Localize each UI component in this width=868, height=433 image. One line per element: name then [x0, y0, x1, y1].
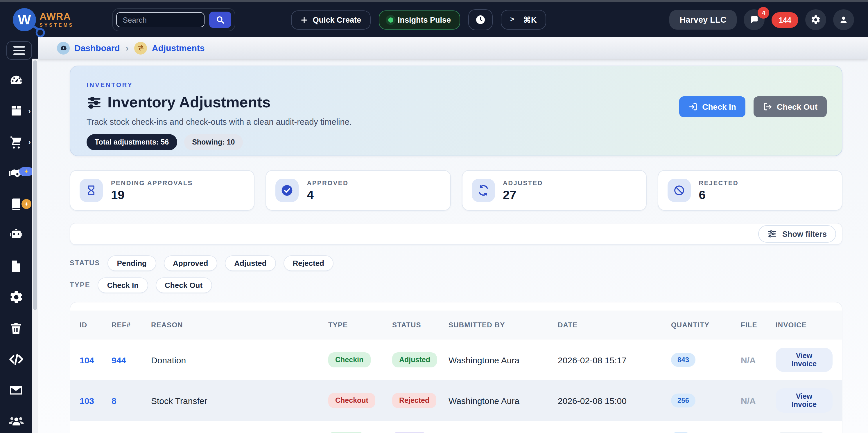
status-badge: Rejected: [392, 393, 436, 408]
sidebar-scrollbar-track[interactable]: [32, 59, 38, 433]
status-chip-adjusted[interactable]: Adjusted: [225, 255, 276, 271]
check-in-label: Check In: [702, 102, 736, 111]
column-header-ref: REF#: [112, 321, 151, 329]
history-button[interactable]: [468, 9, 493, 30]
terminal-prompt-icon: >_: [510, 16, 519, 24]
stat-label: PENDING APPROVALS: [111, 179, 193, 186]
notifications-count-button[interactable]: 144: [772, 12, 798, 28]
view-invoice-button[interactable]: View Invoice: [776, 348, 833, 372]
row-file: N/A: [741, 355, 776, 365]
sidebar-toggle-button[interactable]: [6, 41, 32, 60]
stat-card-rejected: REJECTED 6: [658, 170, 843, 211]
main-content: INVENTORY Inventory Adjustments Track st…: [38, 59, 868, 433]
sparkle-badge-icon: [22, 199, 31, 209]
row-id-link[interactable]: 103: [80, 396, 112, 405]
brand-subtitle: SYSTEMS: [39, 23, 74, 28]
company-switcher[interactable]: Harvey LLC: [669, 10, 737, 30]
column-header-status: STATUS: [392, 321, 448, 329]
messages-button[interactable]: 4: [744, 9, 765, 30]
menu-icon: [13, 46, 25, 47]
search-button[interactable]: [209, 11, 231, 28]
showing-badge: Showing: 10: [184, 134, 243, 150]
sidebar-item-ledger[interactable]: [0, 189, 32, 220]
sidebar-item-developer[interactable]: [0, 344, 32, 375]
sidebar-scrollbar-thumb[interactable]: [33, 60, 37, 310]
sidebar-item-trash[interactable]: [0, 313, 32, 344]
quantity-badge: 843: [671, 353, 695, 367]
type-badge: Checkin: [328, 352, 370, 367]
total-adjustments-badge: Total adjustments: 56: [87, 134, 177, 150]
sliders-icon: [768, 229, 777, 239]
stat-value: 6: [699, 188, 739, 202]
table-header-row: ID REF# REASON TYPE STATUS SUBMITTED BY …: [70, 310, 842, 339]
breadcrumb-adjustments-link[interactable]: Adjustments: [134, 41, 205, 54]
adjustments-table: ID REF# REASON TYPE STATUS SUBMITTED BY …: [70, 302, 842, 433]
check-in-button[interactable]: Check In: [679, 96, 745, 117]
stat-value: 4: [307, 188, 349, 202]
row-ref-link[interactable]: 944: [112, 355, 151, 365]
chevron-right-icon: ›: [28, 138, 31, 146]
table-row: 103 8 Stock Transfer Checkout Rejected W…: [70, 380, 842, 421]
sidebar-item-partners[interactable]: [0, 158, 32, 189]
sidebar-item-mail[interactable]: [0, 375, 32, 406]
type-badge: [328, 432, 364, 433]
row-submitted-by: Washingtone Aura: [448, 396, 558, 405]
chevron-right-icon: ›: [28, 107, 31, 115]
breadcrumb-separator: ›: [126, 43, 129, 53]
sidebar: › ›: [0, 37, 38, 433]
column-header-id: ID: [80, 321, 112, 329]
transfer-arrows-icon: [134, 41, 147, 54]
stat-label: REJECTED: [699, 179, 739, 186]
status-chip-approved[interactable]: Approved: [163, 255, 217, 271]
gear-icon: [8, 290, 24, 305]
sidebar-item-dashboard[interactable]: [0, 64, 32, 96]
row-ref-link[interactable]: 8: [112, 396, 151, 405]
column-header-submitted-by: SUBMITTED BY: [448, 321, 558, 329]
profile-button[interactable]: [833, 9, 854, 30]
search-input[interactable]: [116, 12, 205, 27]
check-out-label: Check Out: [777, 102, 817, 111]
insights-pulse-label: Insights Pulse: [398, 15, 451, 24]
status-chip-rejected[interactable]: Rejected: [283, 255, 334, 271]
sidebar-item-cart[interactable]: ›: [0, 127, 32, 158]
show-filters-label: Show filters: [782, 230, 827, 238]
quick-create-button[interactable]: Quick Create: [291, 10, 370, 29]
page-title: Inventory Adjustments: [107, 94, 271, 111]
lightning-badge-icon: [19, 167, 33, 175]
dashboard-icon: [57, 41, 70, 54]
command-palette-button[interactable]: >_ ⌘K: [501, 10, 546, 30]
type-filter-label: TYPE: [70, 281, 90, 289]
type-chip-check-out[interactable]: Check Out: [155, 277, 212, 293]
cart-icon: [9, 135, 23, 149]
insights-pulse-button[interactable]: Insights Pulse: [378, 10, 460, 29]
sidebar-item-assistant[interactable]: [0, 220, 32, 251]
sidebar-item-documents[interactable]: [0, 251, 32, 282]
sidebar-item-packages[interactable]: ›: [0, 96, 32, 127]
column-header-type: TYPE: [328, 321, 392, 329]
row-reason: Donation: [151, 355, 328, 365]
sidebar-item-team[interactable]: [0, 406, 32, 433]
row-date: 2026-02-08 15:00: [558, 396, 671, 405]
gear-icon: [810, 14, 821, 25]
stat-card-approved: APPROVED 4: [266, 170, 451, 211]
settings-button[interactable]: [805, 9, 826, 30]
status-chip-pending[interactable]: Pending: [107, 255, 156, 271]
package-icon: [9, 104, 23, 118]
document-icon: [9, 260, 23, 273]
column-header-date: DATE: [558, 321, 671, 329]
row-id-link[interactable]: 104: [80, 355, 112, 365]
view-invoice-button[interactable]: View Invoice: [776, 388, 833, 413]
stat-value: 27: [503, 188, 543, 202]
show-filters-button[interactable]: Show filters: [758, 225, 836, 243]
filter-toolbar: Show filters: [70, 223, 842, 245]
stats-row: PENDING APPROVALS 19 APPROVED 4 ADJUST: [70, 170, 842, 211]
check-out-button[interactable]: Check Out: [753, 96, 827, 117]
plus-icon: [300, 16, 308, 24]
type-chip-check-in[interactable]: Check In: [98, 277, 148, 293]
sidebar-item-settings[interactable]: [0, 282, 32, 313]
breadcrumb-adjustments-label: Adjustments: [152, 43, 205, 53]
breadcrumb-dashboard-link[interactable]: Dashboard: [57, 41, 120, 54]
type-badge: Checkout: [328, 393, 375, 408]
brand-logo[interactable]: W AWRA SYSTEMS: [13, 8, 74, 31]
row-submitted-by: Washingtone Aura: [448, 355, 558, 365]
